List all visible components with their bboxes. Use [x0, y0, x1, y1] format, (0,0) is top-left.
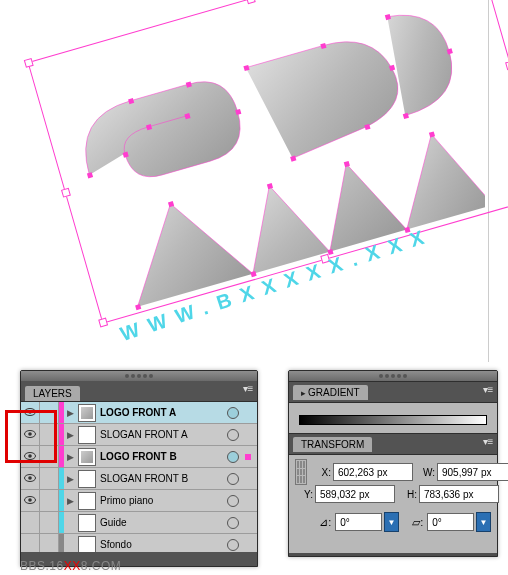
target-icon[interactable]: [227, 407, 239, 419]
svg-point-27: [28, 432, 32, 436]
tab-gradient-label: GRADIENT: [308, 387, 360, 398]
target-icon[interactable]: [227, 517, 239, 529]
layer-name[interactable]: Sfondo: [100, 539, 227, 550]
rotate-input[interactable]: 0°: [335, 513, 382, 531]
panel-gripper[interactable]: [289, 371, 497, 381]
selection-indicator: [245, 454, 251, 460]
h-label: H:: [401, 489, 419, 500]
selection-indicator: [245, 410, 251, 416]
selection-indicator: [245, 520, 251, 526]
tab-gradient[interactable]: ▸GRADIENT: [293, 385, 368, 400]
y-label: Y:: [297, 489, 315, 500]
layer-row[interactable]: ▶Primo piano: [21, 490, 257, 512]
x-input[interactable]: 602,263 px: [333, 463, 413, 481]
target-icon[interactable]: [227, 495, 239, 507]
svg-point-31: [28, 476, 32, 480]
svg-point-25: [28, 410, 32, 414]
layer-name[interactable]: LOGO FRONT A: [100, 407, 227, 418]
panel-menu-icon[interactable]: ▾≡: [481, 436, 495, 448]
layer-thumbnail: [78, 492, 96, 510]
svg-rect-16: [429, 131, 435, 137]
lock-toggle[interactable]: [40, 468, 59, 489]
shear-icon: ▱:: [412, 516, 423, 529]
disclosure-triangle[interactable]: ▶: [64, 474, 76, 484]
layer-list: ▶LOGO FRONT A▶SLOGAN FRONT A▶LOGO FRONT …: [21, 402, 257, 552]
layer-thumbnail: [78, 470, 96, 488]
layer-thumbnail: [78, 404, 96, 422]
gradient-slider[interactable]: [299, 415, 487, 425]
target-icon[interactable]: [227, 429, 239, 441]
selection-indicator: [245, 498, 251, 504]
layers-panel: LAYERS ▾≡ ▶LOGO FRONT A▶SLOGAN FRONT A▶L…: [20, 370, 258, 567]
selection-indicator: [245, 432, 251, 438]
shear-input[interactable]: 0°: [427, 513, 474, 531]
layer-thumbnail: [78, 448, 96, 466]
gradient-transform-panel: ▸GRADIENT ▾≡ TRANSFORM ▾≡ X:602,263: [288, 370, 498, 557]
layer-row[interactable]: Guide: [21, 512, 257, 534]
visibility-toggle[interactable]: [21, 424, 40, 445]
lock-toggle[interactable]: [40, 490, 59, 511]
svg-point-29: [28, 454, 32, 458]
layer-color-bar: [59, 512, 64, 533]
panel-menu-icon[interactable]: ▾≡: [481, 384, 495, 396]
artwork-group[interactable]: WWW.BXXXXX.XXX: [55, 5, 485, 335]
selection-indicator: [245, 542, 251, 548]
layer-thumbnail: [78, 514, 96, 532]
gradient-body: [289, 403, 497, 433]
layer-row[interactable]: Sfondo: [21, 534, 257, 552]
svg-point-33: [28, 498, 32, 502]
panel-menu-icon[interactable]: ▾≡: [241, 383, 255, 395]
canvas[interactable]: WWW.BXXXXX.XXX: [20, 0, 489, 362]
target-icon[interactable]: [227, 473, 239, 485]
tab-layers[interactable]: LAYERS: [25, 386, 80, 401]
target-icon[interactable]: [227, 451, 239, 463]
tab-transform[interactable]: TRANSFORM: [293, 437, 372, 452]
transform-body: X:602,263 px W:905,997 px Y:589,032 px H…: [289, 455, 497, 553]
layer-name[interactable]: SLOGAN FRONT B: [100, 473, 227, 484]
reference-point-picker[interactable]: [295, 459, 307, 485]
visibility-toggle[interactable]: [21, 512, 40, 533]
w-label: W:: [419, 467, 437, 478]
layer-color-bar: [59, 534, 64, 552]
rotate-icon: ⊿:: [319, 516, 331, 529]
panel-gripper[interactable]: [21, 371, 257, 381]
disclosure-triangle[interactable]: ▶: [64, 430, 76, 440]
y-input[interactable]: 589,032 px: [315, 485, 395, 503]
disclosure-triangle[interactable]: ▶: [64, 452, 76, 462]
visibility-toggle[interactable]: [21, 446, 40, 467]
tab-transform-label: TRANSFORM: [301, 439, 364, 450]
watermark: BBS.16XX8.COM: [20, 559, 121, 573]
layer-thumbnail: [78, 536, 96, 553]
disclosure-triangle[interactable]: ▶: [64, 408, 76, 418]
lock-toggle[interactable]: [40, 512, 59, 533]
layer-row[interactable]: ▶LOGO FRONT A: [21, 402, 257, 424]
layer-name[interactable]: Primo piano: [100, 495, 227, 506]
visibility-toggle[interactable]: [21, 490, 40, 511]
lock-toggle[interactable]: [40, 534, 59, 552]
lock-toggle[interactable]: [40, 446, 59, 467]
lock-toggle[interactable]: [40, 424, 59, 445]
svg-rect-14: [344, 161, 350, 167]
target-icon[interactable]: [227, 539, 239, 551]
layer-name[interactable]: Guide: [100, 517, 227, 528]
visibility-toggle[interactable]: [21, 534, 40, 552]
disclosure-triangle[interactable]: ▶: [64, 496, 76, 506]
layer-row[interactable]: ▶LOGO FRONT B: [21, 446, 257, 468]
layer-row[interactable]: ▶SLOGAN FRONT A: [21, 424, 257, 446]
layer-row[interactable]: ▶SLOGAN FRONT B: [21, 468, 257, 490]
layer-thumbnail: [78, 426, 96, 444]
shear-dropdown[interactable]: ▼: [476, 512, 491, 532]
visibility-toggle[interactable]: [21, 402, 40, 423]
lock-toggle[interactable]: [40, 402, 59, 423]
layer-name[interactable]: LOGO FRONT B: [100, 451, 227, 462]
rotate-dropdown[interactable]: ▼: [384, 512, 399, 532]
x-label: X:: [315, 467, 333, 478]
svg-rect-12: [267, 183, 273, 189]
w-input[interactable]: 905,997 px: [437, 463, 508, 481]
visibility-toggle[interactable]: [21, 468, 40, 489]
layer-name[interactable]: SLOGAN FRONT A: [100, 429, 227, 440]
selection-indicator: [245, 476, 251, 482]
h-input[interactable]: 783,636 px: [419, 485, 499, 503]
